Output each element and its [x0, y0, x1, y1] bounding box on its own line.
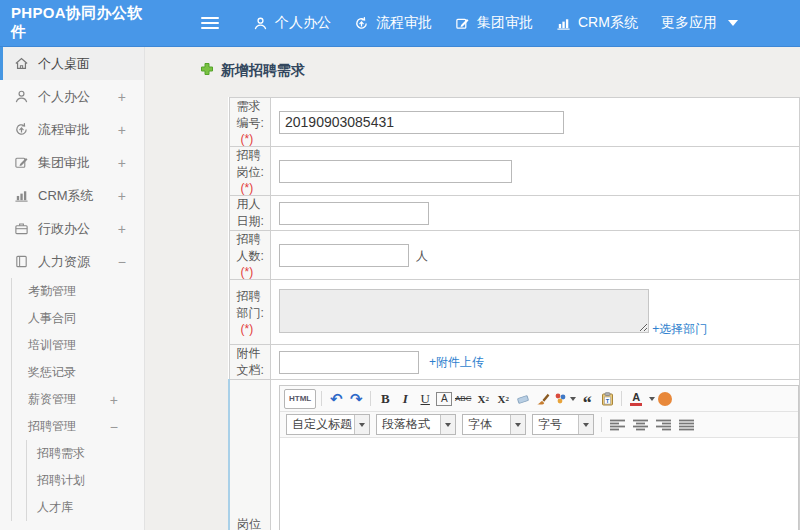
- main-content: 新增招聘需求 需求编号:(*) 招聘岗位:(*): [145, 47, 800, 530]
- blockquote-icon[interactable]: “: [578, 389, 596, 409]
- eraser-icon[interactable]: [514, 389, 532, 409]
- topnav-personal-office[interactable]: 个人办公: [253, 14, 331, 32]
- expand-plus-icon[interactable]: +: [110, 392, 118, 408]
- sub-item-label: 考勤管理: [28, 283, 118, 300]
- required-mark: (*): [241, 181, 254, 195]
- align-center-icon[interactable]: [633, 419, 648, 431]
- demand-number-input[interactable]: [279, 111, 564, 134]
- process-icon: [14, 122, 29, 137]
- topnav-group-approval[interactable]: 集团审批: [455, 14, 533, 32]
- dropdown-button[interactable]: [354, 415, 369, 434]
- sidebar-item-rewards-punishments[interactable]: 奖惩记录: [12, 359, 144, 386]
- expand-minus-icon[interactable]: −: [110, 419, 118, 435]
- sidebar-item-attendance[interactable]: 考勤管理: [12, 278, 144, 305]
- dropdown-button[interactable]: [440, 415, 455, 434]
- subscript-icon[interactable]: X2: [494, 389, 512, 409]
- position-input[interactable]: [279, 160, 512, 183]
- font-color-icon[interactable]: A: [627, 389, 645, 409]
- sidebar-item-recruit-demand[interactable]: 招聘需求: [27, 440, 144, 467]
- expand-plus-icon[interactable]: +: [118, 89, 126, 105]
- sidebar-item-label: CRM系统: [38, 187, 109, 205]
- required-mark: (*): [241, 322, 254, 336]
- topnav-crm-system[interactable]: CRM系统: [556, 14, 638, 32]
- headcount-input[interactable]: [279, 244, 409, 267]
- expand-plus-icon[interactable]: +: [118, 155, 126, 171]
- highlight-color-icon[interactable]: [658, 392, 672, 406]
- rich-text-editor: HTML ↶ ↷ B I U A ABC X2 X2: [279, 385, 799, 530]
- sidebar-item-recruit-plan[interactable]: 招聘计划: [27, 467, 144, 494]
- sidebar-item-group-approval[interactable]: 集团审批 +: [0, 146, 144, 179]
- sidebar-item-salary[interactable]: 薪资管理 +: [12, 386, 144, 413]
- sub-item-label: 人才库: [37, 499, 118, 516]
- caret-down-icon: [583, 423, 589, 427]
- sidebar-item-recruitment[interactable]: 招聘管理 −: [12, 413, 144, 440]
- sidebar-item-human-resources[interactable]: 人力资源 −: [0, 245, 144, 278]
- color-palette-icon[interactable]: [554, 389, 576, 409]
- sidebar-item-workflow-approval[interactable]: 流程审批 +: [0, 113, 144, 146]
- underline-icon[interactable]: U: [416, 389, 434, 409]
- sub-item-label: 人事合同: [28, 310, 118, 327]
- required-mark: (*): [241, 265, 254, 279]
- font-style-icon[interactable]: A: [436, 392, 452, 406]
- topnav-workflow-approval[interactable]: 流程审批: [354, 14, 432, 32]
- caret-down-icon: [359, 423, 365, 427]
- custom-heading-dropdown[interactable]: 自定义标题: [286, 414, 370, 435]
- expand-plus-icon[interactable]: +: [118, 221, 126, 237]
- headcount-unit: 人: [416, 249, 428, 263]
- topnav-label: 更多应用: [661, 14, 717, 32]
- sidebar-item-training[interactable]: 培训管理: [12, 332, 144, 359]
- topnav-more-apps[interactable]: 更多应用: [661, 14, 738, 32]
- field-label: 用人日期:: [237, 197, 264, 228]
- sidebar-item-personal-office[interactable]: 个人办公 +: [0, 80, 144, 113]
- caret-down-icon: [570, 397, 576, 401]
- font-family-dropdown[interactable]: 字体: [462, 414, 526, 435]
- paste-icon[interactable]: T: [598, 389, 616, 409]
- form-row-department: 招聘部门:(*) +选择部门: [229, 280, 800, 345]
- menu-toggle-icon[interactable]: [201, 17, 219, 29]
- sub-item-label: 招聘需求: [37, 445, 118, 462]
- recruitment-submenu: 招聘需求 招聘计划 人才库: [26, 440, 144, 521]
- topnav-label: CRM系统: [578, 14, 638, 32]
- add-plus-icon: [200, 62, 214, 80]
- department-textarea[interactable]: [279, 289, 649, 333]
- edit-icon: [455, 16, 470, 31]
- sidebar-item-label: 人力资源: [38, 253, 109, 271]
- superscript-icon[interactable]: X2: [474, 389, 492, 409]
- hr-submenu: 考勤管理 人事合同 培训管理 奖惩记录 薪资管理 + 招聘管理 − 招聘需求: [11, 278, 144, 521]
- select-department-link[interactable]: +选择部门: [652, 321, 707, 338]
- field-label: 招聘人数:: [237, 232, 264, 263]
- sidebar-item-admin-office[interactable]: 行政办公 +: [0, 212, 144, 245]
- attachment-upload-link[interactable]: +附件上传: [429, 354, 484, 371]
- paragraph-format-dropdown[interactable]: 段落格式: [376, 414, 456, 435]
- expand-minus-icon[interactable]: −: [118, 254, 126, 270]
- editor-content-area[interactable]: [280, 438, 798, 530]
- sub-item-label: 培训管理: [28, 337, 118, 354]
- attachment-input[interactable]: [279, 351, 419, 374]
- align-right-icon[interactable]: [656, 419, 671, 431]
- bold-icon[interactable]: B: [376, 389, 394, 409]
- sidebar-item-talent-pool[interactable]: 人才库: [27, 494, 144, 521]
- sidebar-item-crm-system[interactable]: CRM系统 +: [0, 179, 144, 212]
- dropdown-button[interactable]: [510, 415, 525, 434]
- field-label: 需求编号:: [237, 99, 264, 130]
- sub-item-label: 奖惩记录: [28, 364, 118, 381]
- format-brush-icon[interactable]: [534, 389, 552, 409]
- sidebar-item-hr-contract[interactable]: 人事合同: [12, 305, 144, 332]
- dropdown-button[interactable]: [578, 415, 593, 434]
- sidebar-item-personal-desktop[interactable]: 个人桌面: [0, 47, 144, 80]
- form-row-position: 招聘岗位:(*): [229, 147, 800, 196]
- caret-down-icon: [728, 20, 738, 26]
- italic-icon[interactable]: I: [396, 389, 414, 409]
- font-size-dropdown[interactable]: 字号: [532, 414, 594, 435]
- toolbar-separator: [321, 391, 322, 406]
- align-justify-icon[interactable]: [679, 419, 694, 431]
- strikethrough-icon[interactable]: ABC: [454, 389, 472, 409]
- redo-icon[interactable]: ↷: [347, 389, 365, 409]
- align-left-icon[interactable]: [610, 419, 625, 431]
- undo-icon[interactable]: ↶: [327, 389, 345, 409]
- expand-plus-icon[interactable]: +: [118, 188, 126, 204]
- hire-date-input[interactable]: [279, 202, 429, 225]
- expand-plus-icon[interactable]: +: [118, 122, 126, 138]
- html-source-button[interactable]: HTML: [284, 389, 316, 409]
- page-header: 新增招聘需求: [145, 47, 800, 80]
